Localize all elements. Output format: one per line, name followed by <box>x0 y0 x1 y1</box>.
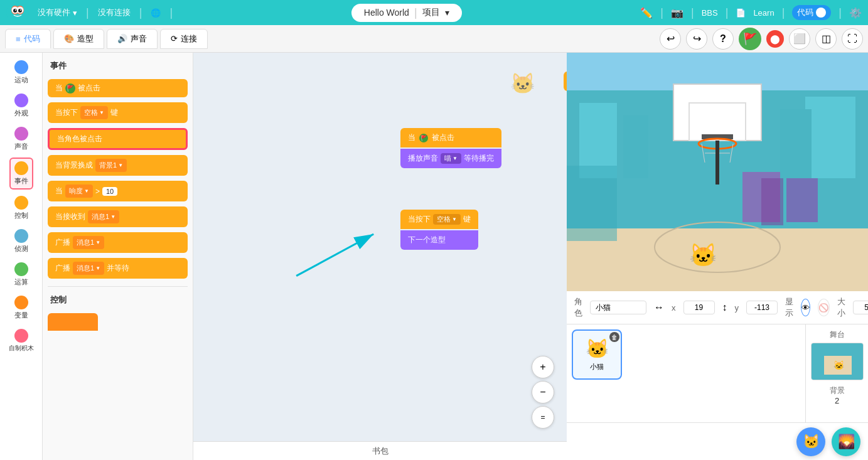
block-receive-msg[interactable]: 当接收到 消息1▼ <box>48 206 188 227</box>
zoom-out-button[interactable]: − <box>532 381 554 404</box>
script-flag-block[interactable]: 当 🚩 被点击 <box>400 128 501 147</box>
block-flag-clicked[interactable]: 当 🚩 被点击 <box>48 79 188 97</box>
size-label: 大小 <box>837 296 845 319</box>
categories-panel: 运动 外观 声音 事件 控制 侦测 运算 变量 <box>0 53 43 460</box>
svg-rect-15 <box>805 97 855 178</box>
connection-selector[interactable]: 没有连接 <box>94 7 134 18</box>
script-footer: 书包 <box>193 441 567 460</box>
script-flag-sound: 当 🚩 被点击 播放声音 喵▼ 等待播完 <box>400 128 501 169</box>
show-button[interactable]: 👁 <box>801 299 810 316</box>
svg-rect-17 <box>673 84 761 141</box>
y-input[interactable] <box>746 301 778 314</box>
tab-sound[interactable]: 🔊 声音 <box>107 29 158 49</box>
category-sensing[interactable]: 侦测 <box>11 227 32 256</box>
globe-icon: 🌐 <box>151 8 161 18</box>
section-control-title: 控制 <box>50 294 188 306</box>
zoom-controls: + − = <box>532 356 554 429</box>
svg-point-7 <box>15 9 16 11</box>
category-sound[interactable]: 声音 <box>11 124 32 154</box>
category-operators[interactable]: 运算 <box>11 260 32 289</box>
svg-rect-29 <box>786 178 818 222</box>
tab-costume[interactable]: 🎨 造型 <box>53 29 104 49</box>
block-key-pressed[interactable]: 当按下 空格▼ 键 <box>48 102 188 123</box>
svg-rect-31 <box>567 166 617 241</box>
sprite-label: 角色 <box>574 296 582 319</box>
section-events-title: 事件 <box>50 60 188 72</box>
category-events[interactable]: 事件 <box>9 158 33 190</box>
code-tab-icon: ≡ <box>16 35 21 44</box>
code-toggle[interactable]: 代码 <box>792 5 831 20</box>
settings-icon[interactable]: ⚙️ <box>849 7 862 19</box>
svg-point-8 <box>20 9 21 11</box>
zoom-in-button[interactable]: + <box>532 356 554 378</box>
stage: 🐱 <box>567 53 868 291</box>
add-sprite-button[interactable]: 🐱 <box>796 427 825 456</box>
cat-watermark: 🐱 <box>510 72 535 95</box>
tab-connect[interactable]: ⟳ 连接 <box>160 29 208 49</box>
category-variables[interactable]: 变量 <box>11 293 32 323</box>
script-next-costume-block[interactable]: 下一个造型 <box>400 230 478 250</box>
hide-button[interactable]: 🚫 <box>818 299 830 316</box>
script-area[interactable]: 当角色被点击 🐱 当 🚩 被点击 播放声音 喵▼ 等待播完 <box>193 53 567 460</box>
backdrop-dropdown[interactable]: 背景1▼ <box>95 159 127 172</box>
category-looks[interactable]: 外观 <box>11 91 32 120</box>
logo-icon <box>6 1 29 24</box>
sound-tab-icon: 🔊 <box>117 34 127 43</box>
go-button[interactable]: 🚩 <box>739 28 761 50</box>
broadcast-dropdown[interactable]: 消息1▼ <box>73 236 104 249</box>
fullscreen-button[interactable]: ⛶ <box>842 28 863 50</box>
script-play-sound-block[interactable]: 播放声音 喵▼ 等待播完 <box>400 149 501 168</box>
stop-button[interactable]: ⬤ <box>766 30 784 48</box>
svg-point-6 <box>18 9 22 13</box>
category-control[interactable]: 控制 <box>11 193 32 223</box>
globe-button[interactable]: 🌐 <box>147 8 164 18</box>
hardware-selector[interactable]: 没有硬件 ▾ <box>34 7 81 18</box>
stage-side-panel: 舞台 🐱 背景 2 <box>805 324 868 422</box>
svg-rect-16 <box>780 109 812 178</box>
layout1-button[interactable]: ⬜ <box>789 28 810 50</box>
svg-rect-30 <box>761 178 783 225</box>
blocks-panel: 事件 当 🚩 被点击 当按下 空格▼ 键 当角色被点击 当背景换成 背景1▼ 当… <box>43 53 193 460</box>
script-key-block[interactable]: 当按下 空格▼ 键 <box>400 210 478 229</box>
add-background-button[interactable]: 🌄 <box>832 427 860 456</box>
size-input[interactable] <box>853 301 868 314</box>
learn-link[interactable]: Learn <box>753 8 774 18</box>
camera-icon[interactable]: 📷 <box>671 7 683 19</box>
stage-thumbnail[interactable]: 🐱 <box>811 343 864 380</box>
sprite-item-cat[interactable]: 🗑 🐱 小猫 <box>572 329 622 380</box>
undo-button[interactable]: ↩ <box>660 28 681 50</box>
bg-count: 2 <box>811 396 863 405</box>
svg-text:🐱: 🐱 <box>833 360 845 371</box>
block-sprite-clicked[interactable]: 当角色被点击 <box>48 128 188 150</box>
sensor-dropdown[interactable]: 响度▼ <box>65 185 93 198</box>
sprite-name-input[interactable] <box>590 301 646 314</box>
script-key-costume: 当按下 空格▼ 键 下一个造型 <box>400 210 478 251</box>
project-title-bar[interactable]: Hello World | 项目 ▾ <box>351 4 462 22</box>
block-sensor-greater[interactable]: 当 响度▼ > 10 <box>48 181 188 201</box>
key-dropdown[interactable]: 空格▼ <box>80 106 108 119</box>
sprites-area: 🗑 🐱 小猫 舞台 🐱 背景 2 <box>567 324 868 422</box>
learn-icon: 📄 <box>736 8 746 18</box>
msg-recv-dropdown[interactable]: 消息1▼ <box>88 210 119 223</box>
block-broadcast[interactable]: 广播 消息1▼ <box>48 232 188 253</box>
tab-code[interactable]: ≡ 代码 <box>5 29 51 48</box>
block-broadcast-wait[interactable]: 广播 消息1▼ 并等待 <box>48 258 188 279</box>
category-motion[interactable]: 运动 <box>11 58 32 87</box>
bbs-link[interactable]: BBS <box>702 8 718 18</box>
layout2-button[interactable]: ◫ <box>815 28 837 50</box>
zoom-fit-button[interactable]: = <box>532 406 554 429</box>
svg-point-5 <box>13 9 17 13</box>
category-myblocks[interactable]: 自制积木 <box>5 326 38 355</box>
x-input[interactable] <box>683 301 715 314</box>
block-control-partial[interactable] <box>48 313 98 331</box>
block-backdrop-switch[interactable]: 当背景换成 背景1▼ <box>48 155 188 176</box>
help-button[interactable]: ? <box>712 28 734 50</box>
redo-button[interactable]: ↪ <box>686 28 707 50</box>
costume-tab-icon: 🎨 <box>64 34 74 43</box>
broadcast-wait-dropdown[interactable]: 消息1▼ <box>73 262 104 275</box>
sprite-delete-button[interactable]: 🗑 <box>609 332 619 342</box>
svg-rect-14 <box>623 115 648 178</box>
svg-rect-25 <box>715 141 719 185</box>
edit-icon[interactable]: ✏️ <box>640 7 653 19</box>
top-nav: 没有硬件 ▾ | 没有连接 | 🌐 | Hello World | 项目 ▾ ✏… <box>0 0 868 25</box>
